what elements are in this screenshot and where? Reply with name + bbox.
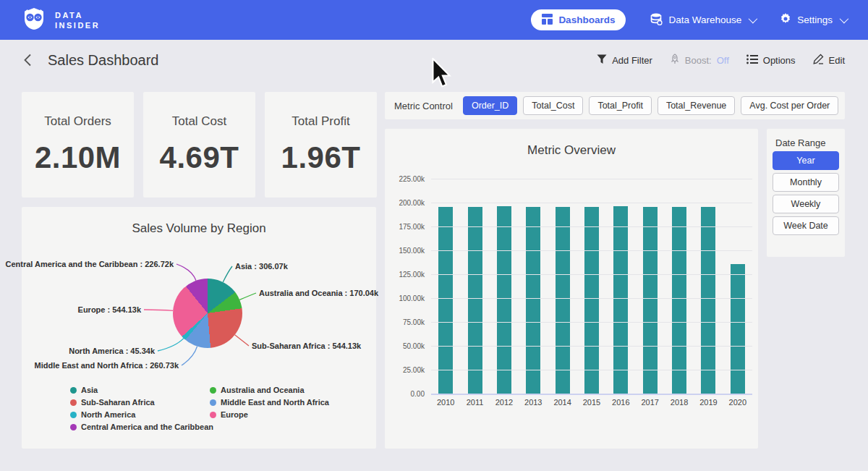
bar-2017[interactable]	[643, 207, 658, 394]
pie-chart-title: Sales Volume by Region	[22, 221, 376, 236]
bar-2020[interactable]	[731, 264, 745, 394]
y-tick-label: 100.00k	[386, 294, 425, 302]
bar-2014[interactable]	[556, 207, 570, 394]
legend-label: Sub-Saharan Africa	[81, 398, 155, 407]
gridline	[431, 370, 752, 370]
legend-item[interactable]: Europe	[210, 410, 329, 419]
legend-item[interactable]: North America	[70, 410, 213, 419]
bar-2010[interactable]	[438, 207, 453, 394]
pie-leader-line	[223, 266, 232, 282]
mouse-cursor	[431, 58, 451, 91]
kpi-label: Total Profit	[292, 114, 349, 129]
bar-2011[interactable]	[468, 207, 482, 394]
bar-slot	[460, 179, 489, 394]
options-button[interactable]: Options	[746, 54, 796, 67]
gridline	[431, 322, 752, 323]
metric-control-card: Metric Control Order_IDTotal_CostTotal_P…	[385, 92, 845, 119]
date-range-option-weekly[interactable]: Weekly	[773, 195, 839, 213]
filter-funnel-icon	[597, 54, 607, 67]
legend-label: Middle East and North Africa	[221, 398, 329, 407]
add-filter-button[interactable]: Add Filter	[597, 54, 652, 67]
bar-2019[interactable]	[701, 207, 715, 394]
settings-menu[interactable]: Settings	[780, 13, 846, 27]
pie-chart[interactable]	[173, 279, 242, 348]
legend-label: North America	[81, 410, 135, 419]
brand: DATA INSIDER	[22, 7, 100, 33]
x-tick-label: 2010	[431, 398, 460, 407]
navbar-menu: Dashboards Data Warehouse	[531, 9, 846, 30]
bar-slot	[548, 179, 576, 394]
back-button[interactable]	[23, 54, 32, 67]
metric-control-label: Metric Control	[394, 101, 453, 111]
y-tick-label: 150.00k	[386, 247, 425, 255]
gridline	[431, 274, 752, 275]
x-tick-label: 2016	[606, 398, 635, 407]
bar-slot	[490, 179, 519, 394]
options-list-icon	[746, 54, 758, 67]
metric-option-total-revenue[interactable]: Total_Revenue	[658, 96, 735, 115]
bar-plot-area	[431, 179, 752, 394]
gridline	[431, 250, 752, 251]
x-tick-label: 2013	[519, 398, 548, 407]
kpi-value: 1.96T	[281, 140, 361, 175]
y-tick-label: 225.00k	[386, 175, 425, 183]
legend-item[interactable]: Middle East and North Africa	[210, 398, 329, 407]
pie-callout-label: Central America and the Caribbean : 226.…	[5, 260, 174, 268]
legend-dot	[210, 412, 216, 418]
bar-2012[interactable]	[497, 206, 511, 394]
pie-leader-line	[182, 347, 197, 365]
x-tick-label: 2018	[665, 398, 694, 407]
date-range-option-week-date[interactable]: Week Date	[773, 216, 839, 235]
metric-option-total-profit[interactable]: Total_Profit	[589, 96, 652, 115]
bar-slot	[665, 179, 694, 394]
bar-2016[interactable]	[613, 206, 628, 394]
bar-2018[interactable]	[672, 207, 686, 394]
app-root: DATA INSIDER Dashboards	[0, 0, 868, 471]
metric-option-avg-cost-per-order[interactable]: Avg. Cost per Order	[741, 96, 838, 115]
pie-callout-label: Australia and Oceania : 170.04k	[259, 289, 378, 297]
date-range-card: Date Range YearMonthlyWeeklyWeek Date	[767, 129, 845, 257]
kpi-card-total-profit: Total Profit 1.96T	[265, 92, 377, 198]
legend-item[interactable]: Asia	[70, 386, 213, 394]
pie-callout-label: Asia : 306.07k	[235, 262, 288, 271]
boost-toggle[interactable]: Boost: Off	[670, 54, 729, 67]
gridline	[431, 346, 752, 347]
legend-label: Central America and the Caribbean	[81, 423, 213, 431]
gridline	[431, 298, 752, 299]
data-warehouse-menu[interactable]: Data Warehouse	[650, 13, 755, 27]
date-range-option-monthly[interactable]: Monthly	[773, 173, 839, 192]
bar-slot	[519, 179, 548, 394]
edit-button[interactable]: Edit	[813, 54, 845, 67]
metric-option-order-id[interactable]: Order_ID	[463, 96, 517, 115]
pie-legend-column-2: Australia and OceaniaMiddle East and Nor…	[210, 386, 329, 419]
metric-option-total-cost[interactable]: Total_Cost	[523, 96, 583, 115]
date-range-option-year[interactable]: Year	[773, 151, 839, 170]
legend-item[interactable]: Australia and Oceania	[210, 386, 329, 394]
dashboards-grid-icon	[542, 14, 553, 27]
pie-leader-line	[158, 339, 184, 351]
legend-item[interactable]: Sub-Saharan Africa	[70, 398, 213, 407]
bars-row	[431, 179, 752, 394]
y-tick-label: 50.00k	[386, 342, 425, 350]
kpi-label: Total Cost	[172, 114, 227, 129]
bar-2013[interactable]	[526, 207, 540, 394]
pie-leader-line	[239, 293, 256, 300]
pie-callout-label: Sub-Saharan Africa : 544.13k	[252, 341, 361, 350]
owl-logo-icon	[22, 7, 46, 33]
kpi-card-total-orders: Total Orders 2.10M	[22, 92, 134, 198]
bar-2015[interactable]	[584, 207, 599, 394]
x-tick-label: 2019	[694, 398, 723, 407]
gridline	[431, 226, 752, 227]
x-tick-label: 2015	[577, 398, 606, 407]
page-title: Sales Dashboard	[48, 52, 158, 69]
y-tick-label: 200.00k	[386, 199, 425, 207]
pie-legend-column-1: AsiaSub-Saharan AfricaNorth AmericaCentr…	[70, 386, 213, 431]
gridline	[431, 203, 752, 203]
legend-item[interactable]: Central America and the Caribbean	[70, 423, 213, 431]
x-tick-label: 2011	[460, 398, 489, 407]
date-range-label: Date Range	[775, 137, 845, 148]
pie-leader-line	[176, 264, 196, 281]
bar-slot	[606, 179, 635, 394]
dashboards-button[interactable]: Dashboards	[531, 9, 626, 30]
y-tick-label: 25.00k	[386, 366, 425, 374]
